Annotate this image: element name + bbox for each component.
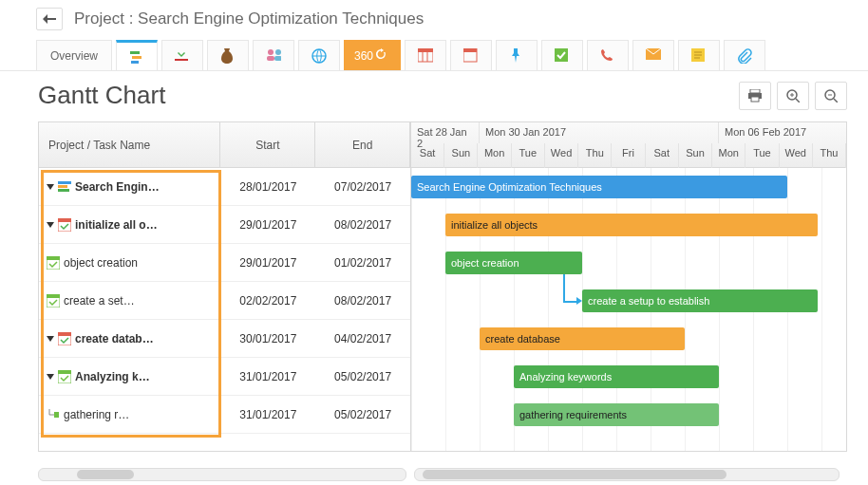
svg-rect-21 — [750, 89, 760, 93]
day-header: Wed — [780, 143, 813, 168]
timeline-group-2: Mon 30 Jan 2017 — [480, 122, 719, 143]
svg-rect-14 — [463, 48, 477, 52]
page-title: Gantt Chart — [38, 81, 165, 110]
gantt-icon — [129, 49, 144, 65]
svg-line-25 — [796, 99, 800, 103]
task-start: 28/01/2017 — [220, 180, 315, 194]
left-scrollbar[interactable] — [38, 468, 406, 481]
task-name-cell: create datab… — [39, 332, 220, 345]
tab-budget[interactable] — [207, 40, 249, 70]
timeline-group-1: Sat 28 Jan 2 — [411, 122, 480, 143]
table-icon — [418, 48, 433, 64]
svg-point-4 — [268, 49, 274, 55]
horizontal-scrollbars — [38, 468, 847, 481]
task-row[interactable]: initialize all o…29/01/201708/02/2017 — [39, 206, 410, 244]
expand-toggle-icon[interactable] — [47, 336, 54, 342]
gantt-bar[interactable]: create database — [480, 327, 685, 350]
project-title: Project : Search Engine Optimization Tec… — [74, 9, 424, 28]
day-header: Fri — [612, 143, 645, 168]
svg-rect-35 — [58, 218, 71, 222]
task-name-cell: Search Engin… — [39, 180, 220, 194]
cal-icon — [58, 370, 71, 383]
paperclip-icon — [737, 48, 752, 64]
svg-rect-43 — [58, 370, 71, 374]
tab-360[interactable]: 360 — [344, 40, 401, 70]
note-icon — [691, 48, 707, 64]
day-header: Sat — [646, 143, 679, 168]
svg-rect-7 — [274, 56, 281, 61]
tab-web[interactable] — [298, 40, 340, 70]
gantt-container: Project / Task Name Start End Search Eng… — [38, 121, 847, 452]
svg-rect-39 — [47, 294, 60, 298]
svg-rect-10 — [418, 48, 433, 52]
svg-point-5 — [275, 49, 281, 55]
zoom-in-icon — [786, 89, 800, 103]
task-row[interactable]: gathering r…31/01/201705/02/2017 — [39, 396, 410, 434]
sub-icon — [47, 408, 60, 421]
tab-check[interactable] — [541, 40, 583, 70]
tab-mail[interactable] — [632, 40, 674, 70]
gantt-chart-area[interactable]: Search Engine Optimization Techniquesini… — [411, 168, 846, 451]
task-end: 04/02/2017 — [315, 332, 410, 345]
zoom-out-button[interactable] — [815, 82, 847, 110]
task-end: 08/02/2017 — [315, 218, 410, 232]
pin-icon — [509, 48, 524, 64]
task-start: 29/01/2017 — [220, 218, 315, 232]
tab-overview-label: Overview — [50, 49, 98, 63]
task-row[interactable]: Analyzing k…31/01/201705/02/2017 — [39, 358, 410, 396]
right-scrollbar[interactable] — [414, 468, 840, 481]
zoom-out-icon — [824, 89, 838, 103]
tab-team[interactable] — [253, 40, 294, 70]
tab-calendar[interactable] — [450, 40, 492, 70]
back-button[interactable] — [36, 8, 63, 30]
task-row[interactable]: Search Engin…28/01/201707/02/2017 — [39, 168, 410, 206]
gantt-bar[interactable]: Analyzing keywords — [514, 365, 719, 388]
task-name-label: create datab… — [75, 332, 154, 345]
svg-rect-31 — [58, 181, 71, 184]
expand-toggle-icon[interactable] — [47, 184, 54, 190]
svg-rect-3 — [175, 59, 188, 61]
tab-overview[interactable]: Overview — [36, 40, 112, 70]
col-header-end[interactable]: End — [315, 122, 410, 167]
gantt-bar[interactable]: create a setup to establish — [582, 289, 818, 312]
svg-rect-15 — [555, 48, 568, 62]
tab-import[interactable] — [161, 40, 203, 70]
zoom-in-button[interactable] — [777, 82, 809, 110]
refresh-icon — [375, 48, 390, 64]
gantt-bar[interactable]: gathering requirements — [514, 403, 719, 426]
task-row[interactable]: create datab…30/01/201704/02/2017 — [39, 320, 410, 358]
task-start: 02/02/2017 — [220, 294, 315, 308]
task-end: 07/02/2017 — [315, 180, 410, 194]
day-header: Wed — [545, 143, 578, 168]
day-header: Thu — [813, 143, 846, 168]
task-row[interactable]: object creation29/01/201701/02/2017 — [39, 244, 410, 282]
col-header-name[interactable]: Project / Task Name — [39, 122, 220, 167]
tab-report[interactable] — [405, 40, 446, 70]
task-list-pane: Project / Task Name Start End Search Eng… — [39, 122, 411, 451]
people-icon — [266, 48, 281, 64]
tab-phone[interactable] — [587, 40, 629, 70]
task-name-label: gathering r… — [64, 408, 129, 421]
tab-gantt[interactable] — [116, 40, 158, 70]
task-name-label: Analyzing k… — [75, 370, 150, 383]
tab-note[interactable] — [678, 40, 720, 70]
task-row[interactable]: create a set…02/02/201708/02/2017 — [39, 282, 410, 320]
expand-toggle-icon[interactable] — [47, 374, 54, 380]
gantt-bar[interactable]: object creation — [445, 252, 582, 274]
svg-rect-6 — [267, 56, 274, 61]
svg-rect-23 — [751, 97, 759, 102]
money-bag-icon — [220, 48, 236, 64]
tab-pin[interactable] — [496, 40, 538, 70]
gantt-bar[interactable]: initialize all objects — [445, 214, 818, 236]
project-label: Project : — [74, 9, 133, 28]
print-button[interactable] — [739, 82, 771, 110]
task-name-cell: gathering r… — [39, 408, 220, 421]
col-header-start[interactable]: Start — [220, 122, 315, 167]
tab-attach[interactable] — [724, 40, 765, 70]
expand-toggle-icon[interactable] — [47, 222, 54, 228]
task-start: 29/01/2017 — [220, 256, 315, 270]
task-name-cell: object creation — [39, 256, 220, 270]
task-end: 08/02/2017 — [315, 294, 410, 308]
task-name-cell: Analyzing k… — [39, 370, 220, 383]
gantt-bar[interactable]: Search Engine Optimization Techniques — [411, 176, 787, 198]
